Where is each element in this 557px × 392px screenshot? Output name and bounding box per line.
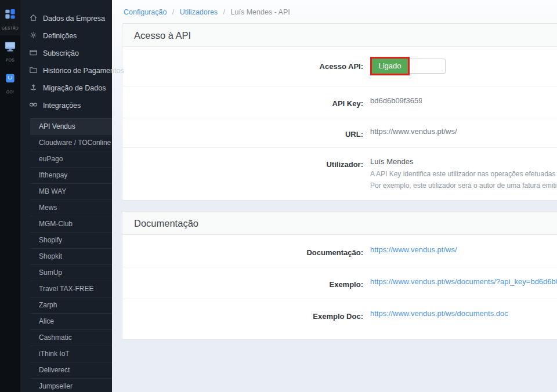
- rail-item-go[interactable]: GO!: [0, 67, 20, 99]
- breadcrumb-separator: /: [223, 8, 225, 16]
- sidebar-item-label: Integrações: [43, 101, 81, 110]
- settings-sidebar: Dados da Empresa Definições Subscrição: [20, 0, 112, 392]
- shopping-bag-icon: [4, 72, 16, 86]
- credit-card-icon: [29, 48, 38, 59]
- submenu-item-ithink-iot[interactable]: iThink IoT: [30, 346, 112, 362]
- submenu-item-ifthenpay[interactable]: Ifthenpay: [30, 167, 112, 183]
- integrations-submenu: API Vendus Cloudware / TOConline euPago …: [20, 114, 112, 392]
- sidebar-item-label: Histórico de Pagamentos: [43, 67, 124, 75]
- row-utilizador: Utilizador: Luís Mendes A API Key identi…: [122, 147, 557, 200]
- api-access-card: Acesso à API Acesso API: Ligado API Key:…: [122, 23, 557, 201]
- row-exemplo-doc: Exemplo Doc: https://www.vendus.pt/ws/do…: [122, 299, 557, 331]
- grid-logo-icon: [4, 8, 16, 23]
- rail-label: GESTÃO: [2, 26, 19, 30]
- sidebar-item-integracoes[interactable]: Integrações: [20, 97, 112, 114]
- sidebar-item-historico-pagamentos[interactable]: Histórico de Pagamentos: [20, 62, 112, 79]
- submenu-item-shopify[interactable]: Shopify: [30, 232, 112, 248]
- card-title-acesso-api: Acesso à API: [122, 24, 557, 47]
- toggle-on-segment[interactable]: Ligado: [372, 59, 408, 74]
- main-content: Configuração / Utilizadores / Luís Mende…: [112, 0, 557, 392]
- sidebar-item-definicoes[interactable]: Definições: [20, 27, 112, 45]
- sidebar-item-migracao-dados[interactable]: Migração de Dados: [20, 79, 112, 97]
- row-api-key: API Key: bd6d6b09f3659: [122, 86, 557, 118]
- row-documentacao: Documentação: https://www.vendus.pt/ws/: [122, 235, 557, 267]
- breadcrumb-link-utilizadores[interactable]: Utilizadores: [180, 8, 218, 16]
- submenu-item-eupago[interactable]: euPago: [30, 151, 112, 167]
- submenu-item-sumup[interactable]: SumUp: [30, 264, 112, 281]
- rail-item-gestao[interactable]: GESTÃO: [0, 0, 20, 35]
- acesso-api-label: Acesso API:: [122, 57, 370, 71]
- rail-label: GO!: [6, 90, 14, 94]
- api-access-toggle[interactable]: Ligado: [370, 57, 557, 75]
- exemplo-link[interactable]: https://www.vendus.pt/ws/documents/?api_…: [370, 277, 557, 286]
- sidebar-item-label: Definições: [43, 32, 77, 40]
- row-exemplo: Exemplo: https://www.vendus.pt/ws/docume…: [122, 267, 557, 299]
- documentacao-link[interactable]: https://www.vendus.pt/ws/: [370, 245, 457, 254]
- folder-icon: [29, 66, 38, 76]
- app-window: GESTÃO POS GO!: [0, 0, 557, 392]
- api-key-label: API Key:: [122, 96, 370, 108]
- breadcrumb-separator: /: [172, 8, 174, 16]
- row-acesso-api: Acesso API: Ligado: [122, 47, 557, 86]
- rail-label: POS: [6, 58, 15, 62]
- url-label: URL:: [122, 127, 370, 139]
- exemplo-doc-label: Exemplo Doc:: [122, 309, 370, 321]
- home-icon: [29, 13, 38, 24]
- link-icon: [29, 100, 38, 111]
- sidebar-item-label: Dados da Empresa: [43, 14, 105, 23]
- utilizador-help-text: A API Key identifica este utilizador nas…: [370, 169, 557, 192]
- submenu-item-shopkit[interactable]: Shopkit: [30, 248, 112, 264]
- documentacao-label: Documentação:: [122, 245, 370, 257]
- utilizador-label: Utilizador:: [122, 157, 370, 169]
- sidebar-item-dados-da-empresa[interactable]: Dados da Empresa: [20, 10, 112, 27]
- gear-icon: [29, 31, 38, 41]
- sidebar-item-subscricao[interactable]: Subscrição: [20, 45, 112, 62]
- submenu-item-zarph[interactable]: Zarph: [30, 297, 112, 313]
- breadcrumb-current: Luís Mendes - API: [231, 8, 290, 16]
- utilizador-value: Luís Mendes: [370, 157, 557, 166]
- submenu-item-cashmatic[interactable]: Cashmatic: [30, 329, 112, 346]
- sidebar-item-label: Subscrição: [43, 49, 79, 57]
- monitor-icon: [4, 40, 16, 55]
- submenu-item-cloudware-toconline[interactable]: Cloudware / TOConline: [30, 135, 112, 151]
- submenu-item-deliverect[interactable]: Deliverect: [30, 362, 112, 378]
- submenu-item-mgm-club[interactable]: MGM-Club: [30, 216, 112, 232]
- upload-icon: [29, 83, 38, 93]
- api-key-value: bd6d6b09f3659: [370, 96, 422, 105]
- app-rail: GESTÃO POS GO!: [0, 0, 20, 392]
- submenu-item-jumpseller[interactable]: Jumpseller: [30, 378, 112, 392]
- exemplo-label: Exemplo:: [122, 277, 370, 289]
- submenu-item-travel-tax-free[interactable]: Travel TAX-FREE: [30, 281, 112, 297]
- rail-item-pos[interactable]: POS: [0, 35, 20, 67]
- breadcrumb: Configuração / Utilizadores / Luís Mende…: [112, 0, 557, 23]
- submenu-item-mb-way[interactable]: MB WAY: [30, 183, 112, 199]
- url-value: https://www.vendus.pt/ws/: [370, 127, 557, 136]
- row-url: URL: https://www.vendus.pt/ws/: [122, 118, 557, 147]
- submenu-item-api-vendus[interactable]: API Vendus: [30, 118, 112, 135]
- annotation-highlight-box: Ligado: [370, 57, 410, 75]
- breadcrumb-link-configuracao[interactable]: Configuração: [124, 8, 167, 16]
- sidebar-item-label: Migração de Dados: [43, 84, 106, 92]
- exemplo-doc-link[interactable]: https://www.vendus.pt/ws/documents.doc: [370, 309, 508, 318]
- toggle-off-segment[interactable]: [410, 59, 446, 74]
- submenu-item-mews[interactable]: Mews: [30, 199, 112, 216]
- documentation-card: Documentação Documentação: https://www.v…: [122, 211, 557, 340]
- submenu-item-alice[interactable]: Alice: [30, 313, 112, 329]
- card-title-documentacao: Documentação: [122, 212, 557, 235]
